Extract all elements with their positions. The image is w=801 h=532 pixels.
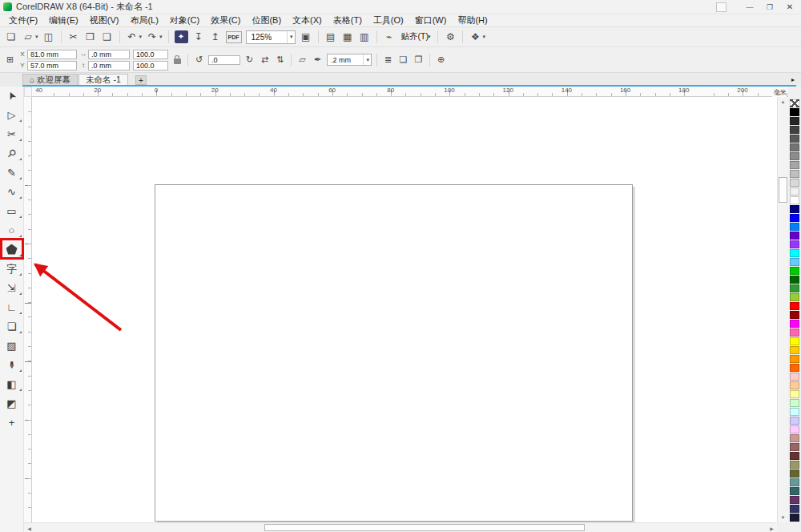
page[interactable] [155,184,633,522]
text-tool[interactable]: 字 [0,260,23,277]
color-swatch[interactable] [790,355,799,363]
color-swatch[interactable] [790,408,799,416]
scroll-down-arrow[interactable]: ▼ [778,513,788,522]
color-swatch[interactable] [790,425,799,433]
show-grid-button[interactable]: ▦ [341,30,354,43]
color-swatch[interactable] [790,284,799,292]
connector-tool[interactable]: ∟ [0,298,23,316]
color-swatch[interactable] [790,328,799,337]
zoom-dropdown-caret[interactable]: ▾ [287,31,293,43]
color-swatch[interactable] [790,381,799,389]
scroll-up-arrow[interactable]: ▲ [778,97,788,107]
color-swatch[interactable] [790,364,799,372]
color-swatch[interactable] [790,302,799,310]
horizontal-scrollbar[interactable]: ◀ ▶ [24,522,777,532]
menu-item[interactable]: 视图(V) [84,14,125,26]
menu-item[interactable]: 文件(F) [3,14,43,26]
undo-dropdown-caret[interactable]: ▾ [139,34,143,40]
to-front-button[interactable]: ❏ [397,54,409,66]
color-swatch[interactable] [790,249,799,257]
position-y-input[interactable]: 57.0 mm [27,61,77,71]
color-swatch[interactable] [790,179,799,187]
color-swatch[interactable] [790,346,799,354]
vertical-ruler[interactable] [24,97,32,522]
menu-item[interactable]: 对象(C) [164,14,205,26]
save-button[interactable]: ◫ [42,30,55,43]
color-swatch[interactable] [790,320,799,328]
menu-item[interactable]: 帮助(H) [452,14,493,26]
interactive-fill-tool[interactable]: ◧ [0,375,23,393]
redo-dropdown-caret[interactable]: ▾ [159,34,163,40]
color-swatch[interactable] [790,187,799,195]
copy-button[interactable]: ❒ [84,30,97,43]
horizontal-ruler[interactable]: 毫米 4020020406080100120140160180200 [32,87,788,97]
mirror-vertical-button[interactable]: ⇅ [274,54,286,66]
open-dropdown-caret[interactable]: ▾ [35,34,38,40]
color-swatch[interactable] [790,143,799,151]
export-button[interactable]: ↥ [209,30,222,43]
menu-item[interactable]: 布局(L) [124,14,163,26]
undo-button[interactable]: ↶ [126,30,139,43]
options-gear-button[interactable]: ⚙ [444,30,457,43]
quick-customize-button[interactable]: ⊕ [435,54,447,66]
color-swatch[interactable] [790,240,799,248]
color-swatch[interactable] [790,443,799,451]
color-swatch[interactable] [790,461,799,469]
position-x-input[interactable]: 81.0 mm [27,50,77,59]
color-swatch[interactable] [790,205,799,213]
scroll-right-arrow[interactable]: ▶ [767,523,777,532]
color-swatch[interactable] [790,505,799,513]
artistic-media-tool[interactable]: ∿ [0,183,23,200]
color-swatch[interactable] [790,514,799,522]
tab-scroll-arrow[interactable]: ▸ [791,76,795,83]
color-swatch[interactable] [790,223,799,231]
color-swatch[interactable] [790,311,799,319]
color-swatch[interactable] [790,373,799,381]
color-swatch[interactable] [790,117,799,125]
color-swatch[interactable] [790,161,799,169]
freehand-tool[interactable]: ✎ [0,163,23,181]
scale-h-input[interactable]: 100.0 [133,50,168,59]
color-swatch[interactable] [790,214,799,222]
pick-tool[interactable]: ➤ [0,87,23,104]
new-tab-button[interactable]: + [135,75,147,85]
mirror-horizontal-button[interactable]: ⇄ [259,54,271,66]
launcher-dropdown-caret[interactable]: ▾ [482,34,485,40]
ellipse-tool[interactable]: ○ [0,221,23,239]
parallel-dimension-tool[interactable]: ⇲ [0,279,23,296]
new-document-button[interactable]: ❏ [5,30,18,43]
scroll-left-arrow[interactable]: ◀ [24,523,34,532]
color-swatch[interactable] [790,170,799,178]
zoom-tool[interactable]: ⚲ [0,144,23,162]
menu-item[interactable]: 表格(T) [328,14,368,26]
no-color-swatch[interactable] [790,99,799,107]
horizontal-scroll-thumb[interactable] [264,524,585,531]
drop-shadow-tool[interactable]: ❏ [0,317,23,335]
basic-shape-icon[interactable]: ▱ [296,54,308,66]
outline-width-select[interactable]: .2 mm ▾ [327,54,372,66]
color-swatch[interactable] [790,452,799,460]
show-guidelines-button[interactable]: ▥ [358,30,371,43]
cut-button[interactable]: ✂ [67,30,80,43]
menu-item[interactable]: 文本(X) [287,14,328,26]
crop-tool[interactable]: ✂ [0,125,23,143]
color-swatch[interactable] [790,417,799,425]
outline-width-caret[interactable]: ▾ [363,54,369,65]
color-swatch[interactable] [790,276,799,284]
position-grid-icon[interactable]: ⊞ [4,54,16,66]
to-back-button[interactable]: ❐ [413,54,425,66]
minimize-button[interactable]: — [742,2,758,13]
open-button[interactable]: ▱ [22,30,34,43]
menu-item[interactable]: 效果(C) [205,14,246,26]
color-eyedropper-tool[interactable]: ✒ [0,356,23,373]
restore-button[interactable]: ❐ [762,2,778,13]
scale-v-input[interactable]: 100.0 [133,61,168,71]
color-swatch[interactable] [790,487,799,495]
paste-button[interactable]: ❑ [101,30,114,43]
color-swatch[interactable] [790,478,799,486]
menu-item[interactable]: 窗口(W) [409,14,453,26]
drawing-canvas[interactable] [32,97,777,522]
color-swatch[interactable] [790,126,799,134]
close-button[interactable]: ✕ [782,2,798,13]
search-content-button[interactable]: ✦ [175,30,188,43]
